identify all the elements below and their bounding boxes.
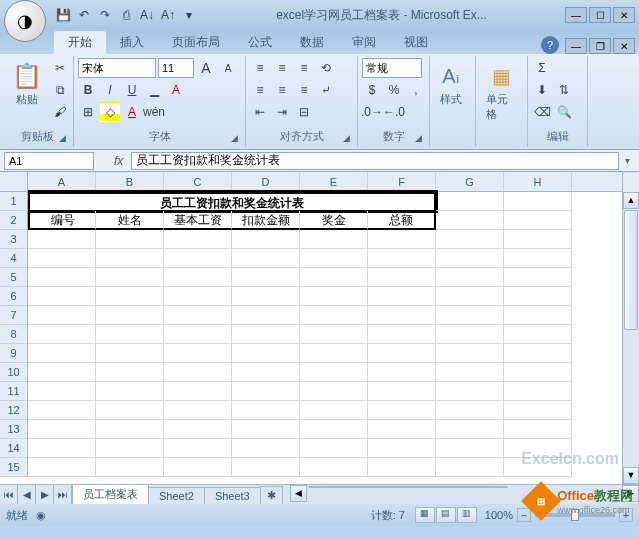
cell-g11[interactable] <box>436 382 504 401</box>
cell-e7[interactable] <box>300 306 368 325</box>
tab-nav-last-icon[interactable]: ⏭ <box>54 485 72 504</box>
cell-h7[interactable] <box>504 306 572 325</box>
cell-d5[interactable] <box>232 268 300 287</box>
cell-f6[interactable] <box>368 287 436 306</box>
cell-h14[interactable] <box>504 439 572 458</box>
cell-a6[interactable] <box>28 287 96 306</box>
align-bottom-icon[interactable]: ≡ <box>294 58 314 78</box>
underline-button[interactable]: U <box>122 80 142 100</box>
fill-color-icon[interactable]: ◇ <box>100 102 120 122</box>
sort-filter-icon[interactable]: ⇅ <box>554 80 574 100</box>
cell-b5[interactable] <box>96 268 164 287</box>
cell-b9[interactable] <box>96 344 164 363</box>
cell-a5[interactable] <box>28 268 96 287</box>
cell-c6[interactable] <box>164 287 232 306</box>
paste-button[interactable]: 📋 粘贴 <box>6 58 48 109</box>
cell-a2[interactable]: 编号 <box>28 211 96 230</box>
zoom-thumb[interactable] <box>571 509 579 521</box>
redo-icon[interactable]: ↷ <box>96 6 114 24</box>
cell-e3[interactable] <box>300 230 368 249</box>
cell-b4[interactable] <box>96 249 164 268</box>
cell-d10[interactable] <box>232 363 300 382</box>
cell-e13[interactable] <box>300 420 368 439</box>
cell-g7[interactable] <box>436 306 504 325</box>
number-launcher-icon[interactable]: ◢ <box>415 133 427 145</box>
zoom-out-icon[interactable]: − <box>517 508 531 522</box>
view-pagebreak-icon[interactable]: ▥ <box>457 507 477 523</box>
cell-d15[interactable] <box>232 458 300 477</box>
cell-a8[interactable] <box>28 325 96 344</box>
align-middle-icon[interactable]: ≡ <box>272 58 292 78</box>
percent-icon[interactable]: % <box>384 80 404 100</box>
cell-h6[interactable] <box>504 287 572 306</box>
cell-c9[interactable] <box>164 344 232 363</box>
merge-icon[interactable]: ⊟ <box>294 102 314 122</box>
hscroll-thumb[interactable] <box>308 486 508 488</box>
cell-b2[interactable]: 姓名 <box>96 211 164 230</box>
zoom-in-icon[interactable]: + <box>619 508 633 522</box>
cell-f13[interactable] <box>368 420 436 439</box>
cell-f11[interactable] <box>368 382 436 401</box>
row-header-5[interactable]: 5 <box>0 268 27 287</box>
cell-g2[interactable] <box>436 211 504 230</box>
cell-g8[interactable] <box>436 325 504 344</box>
cell-h10[interactable] <box>504 363 572 382</box>
column-header-a[interactable]: A <box>28 172 96 191</box>
grow-font-icon[interactable]: A <box>196 58 216 78</box>
cell-f7[interactable] <box>368 306 436 325</box>
cell-e9[interactable] <box>300 344 368 363</box>
cell-b11[interactable] <box>96 382 164 401</box>
tab-data[interactable]: 数据 <box>286 31 338 54</box>
align-launcher-icon[interactable]: ◢ <box>343 133 355 145</box>
font-launcher-icon[interactable]: ◢ <box>231 133 243 145</box>
sort-asc-icon[interactable]: A↓ <box>138 6 156 24</box>
cell-a7[interactable] <box>28 306 96 325</box>
cell-e12[interactable] <box>300 401 368 420</box>
row-header-2[interactable]: 2 <box>0 211 27 230</box>
sort-desc-icon[interactable]: A↑ <box>159 6 177 24</box>
phonetic-icon[interactable]: wén <box>144 102 164 122</box>
cell-g1[interactable] <box>436 192 504 211</box>
cell-c3[interactable] <box>164 230 232 249</box>
zoom-slider[interactable] <box>535 513 615 517</box>
cells-button[interactable]: ▦ 单元格 <box>480 58 523 124</box>
cell-c11[interactable] <box>164 382 232 401</box>
scroll-up-icon[interactable]: ▲ <box>623 192 639 209</box>
cell-g10[interactable] <box>436 363 504 382</box>
close-button[interactable]: ✕ <box>613 7 635 23</box>
number-format-combo[interactable] <box>362 58 422 78</box>
bold-button[interactable]: B <box>78 80 98 100</box>
column-header-f[interactable]: F <box>368 172 436 191</box>
qat-more-icon[interactable]: ▾ <box>180 6 198 24</box>
cell-f10[interactable] <box>368 363 436 382</box>
tab-review[interactable]: 审阅 <box>338 31 390 54</box>
increase-decimal-icon[interactable]: .0→ <box>362 102 382 122</box>
help-icon[interactable]: ? <box>541 36 559 54</box>
cell-c5[interactable] <box>164 268 232 287</box>
minimize-button[interactable]: — <box>565 7 587 23</box>
currency-icon[interactable]: $ <box>362 80 382 100</box>
find-icon[interactable]: 🔍 <box>554 102 574 122</box>
scroll-right-icon[interactable]: ▶ <box>622 485 639 502</box>
cell-e2[interactable]: 奖金 <box>300 211 368 230</box>
cell-c8[interactable] <box>164 325 232 344</box>
row-header-13[interactable]: 13 <box>0 420 27 439</box>
column-header-c[interactable]: C <box>164 172 232 191</box>
cell-d13[interactable] <box>232 420 300 439</box>
cell-a13[interactable] <box>28 420 96 439</box>
cell-f8[interactable] <box>368 325 436 344</box>
cell-e15[interactable] <box>300 458 368 477</box>
cell-c13[interactable] <box>164 420 232 439</box>
cell-c15[interactable] <box>164 458 232 477</box>
cell-f2[interactable]: 总额 <box>368 211 436 230</box>
cell-h3[interactable] <box>504 230 572 249</box>
sheet-tab-3[interactable]: Sheet3 <box>204 487 261 504</box>
cell-d7[interactable] <box>232 306 300 325</box>
formula-input[interactable] <box>131 152 619 170</box>
cell-b12[interactable] <box>96 401 164 420</box>
cell-c14[interactable] <box>164 439 232 458</box>
row-header-4[interactable]: 4 <box>0 249 27 268</box>
italic-button[interactable]: I <box>100 80 120 100</box>
cell-e4[interactable] <box>300 249 368 268</box>
row-header-8[interactable]: 8 <box>0 325 27 344</box>
